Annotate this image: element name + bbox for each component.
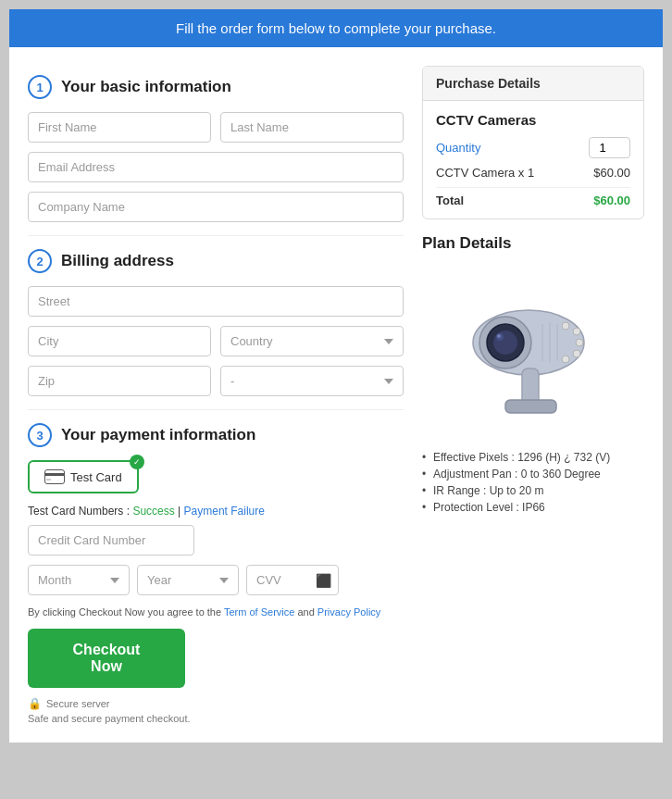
plan-feature-item: Protection Level : IP66 <box>422 501 644 514</box>
right-panel: Purchase Details CCTV Cameras Quantity C… <box>422 66 644 724</box>
plan-feature-item: IR Range : Up to 20 m <box>422 484 644 497</box>
left-panel: 1 Your basic information 2 Billing addre… <box>28 66 404 724</box>
secure-server-line: 🔒 Secure server <box>28 697 404 710</box>
email-input[interactable] <box>28 152 404 182</box>
section1-number: 1 <box>28 75 52 99</box>
section2-header: 2 Billing address <box>28 249 404 273</box>
total-row: Total $60.00 <box>436 194 630 207</box>
last-name-input[interactable] <box>220 112 404 143</box>
payment-methods: ✓ Test Card <box>28 460 404 493</box>
svg-point-12 <box>573 350 580 357</box>
checkout-button[interactable]: Checkout Now <box>28 629 185 688</box>
safe-text: Safe and secure payment checkout. <box>28 713 191 724</box>
item-price-row: CCTV Camera x 1 $60.00 <box>436 166 630 180</box>
svg-point-10 <box>573 328 580 335</box>
privacy-link[interactable]: Privacy Policy <box>317 606 380 618</box>
divider2 <box>28 409 404 410</box>
terms-prefix: By clicking Checkout Now you agree to th… <box>28 606 224 618</box>
total-label: Total <box>436 194 464 207</box>
zip-input[interactable] <box>28 366 211 396</box>
terms-and: and <box>294 606 317 618</box>
quantity-label: Quantity <box>436 141 480 155</box>
svg-point-9 <box>562 322 569 330</box>
plan-feature-item: Effective Pixels : 1296 (H) ¿ 732 (V) <box>422 451 644 464</box>
country-select[interactable]: Country <box>220 326 404 356</box>
first-name-input[interactable] <box>28 112 211 143</box>
tos-link[interactable]: Term of Service <box>224 606 294 618</box>
section1-title: Your basic information <box>61 78 231 96</box>
card-payment-btn[interactable]: ✓ Test Card <box>28 460 139 493</box>
cc-number-input[interactable] <box>28 525 194 556</box>
email-row <box>28 152 404 182</box>
year-select[interactable]: Year <box>137 565 239 595</box>
item-price: $60.00 <box>593 166 630 180</box>
card-label: Test Card <box>70 470 122 484</box>
secure-info: 🔒 Secure server Safe and secure payment … <box>28 697 404 724</box>
section2-title: Billing address <box>61 252 174 270</box>
test-card-info: Test Card Numbers : Success | Payment Fa… <box>28 505 404 518</box>
state-select[interactable]: - <box>220 366 404 396</box>
failure-link[interactable]: Payment Failure <box>184 505 265 518</box>
street-input[interactable] <box>28 286 404 317</box>
plan-features-list: Effective Pixels : 1296 (H) ¿ 732 (V)Adj… <box>422 451 644 514</box>
lock-icon: 🔒 <box>28 697 42 710</box>
purchase-details-header: Purchase Details <box>423 67 643 101</box>
cvv-card-icon: ⬛ <box>316 573 331 588</box>
svg-point-6 <box>493 331 517 355</box>
purchase-details-body: CCTV Cameras Quantity CCTV Camera x 1 $6… <box>423 101 643 218</box>
item-label: CCTV Camera x 1 <box>436 166 534 180</box>
section3-title: Your payment information <box>61 426 255 444</box>
street-row <box>28 286 404 317</box>
svg-rect-15 <box>505 400 556 413</box>
quantity-input[interactable] <box>589 137 630 158</box>
card-icon <box>44 469 65 484</box>
cvv-wrapper: ⬛ <box>246 565 339 595</box>
svg-rect-0 <box>45 470 65 484</box>
svg-point-11 <box>576 339 583 346</box>
total-price: $60.00 <box>593 194 630 207</box>
zip-state-row: - <box>28 366 404 396</box>
section1-header: 1 Your basic information <box>28 75 404 99</box>
city-input[interactable] <box>28 326 211 356</box>
month-select[interactable]: Month <box>28 565 130 595</box>
svg-rect-2 <box>46 479 51 481</box>
svg-point-13 <box>562 356 569 363</box>
success-link[interactable]: Success <box>132 505 174 518</box>
card-check-badge: ✓ <box>130 455 144 469</box>
camera-svg <box>459 268 607 435</box>
section3-number: 3 <box>28 423 52 447</box>
section3-header: 3 Your payment information <box>28 423 404 447</box>
quantity-row: Quantity <box>436 137 630 158</box>
test-card-prefix: Test Card Numbers : <box>28 505 132 518</box>
pipe: | <box>175 505 184 518</box>
company-input[interactable] <box>28 192 404 222</box>
price-divider <box>436 187 630 188</box>
company-row <box>28 192 404 222</box>
page-wrapper: Fill the order form below to complete yo… <box>9 9 663 743</box>
name-row <box>28 112 404 143</box>
svg-rect-1 <box>44 473 65 476</box>
cc-row <box>28 525 404 556</box>
top-banner: Fill the order form below to complete yo… <box>9 9 663 47</box>
camera-image <box>422 264 644 440</box>
terms-text: By clicking Checkout Now you agree to th… <box>28 606 404 618</box>
main-content: 1 Your basic information 2 Billing addre… <box>9 47 663 743</box>
product-name: CCTV Cameras <box>436 112 630 128</box>
city-country-row: Country <box>28 326 404 356</box>
secure-server-text: Secure server <box>46 698 109 709</box>
divider1 <box>28 235 404 236</box>
svg-point-8 <box>497 334 501 338</box>
purchase-details-box: Purchase Details CCTV Cameras Quantity C… <box>422 66 644 219</box>
section2-number: 2 <box>28 249 52 273</box>
plan-details-title: Plan Details <box>422 234 644 253</box>
expiry-cvv-row: Month Year ⬛ <box>28 565 404 595</box>
safe-text-line: Safe and secure payment checkout. <box>28 713 404 724</box>
plan-details: Plan Details <box>422 234 644 514</box>
plan-feature-item: Adjustment Pan : 0 to 360 Degree <box>422 468 644 481</box>
banner-text: Fill the order form below to complete yo… <box>176 20 496 36</box>
